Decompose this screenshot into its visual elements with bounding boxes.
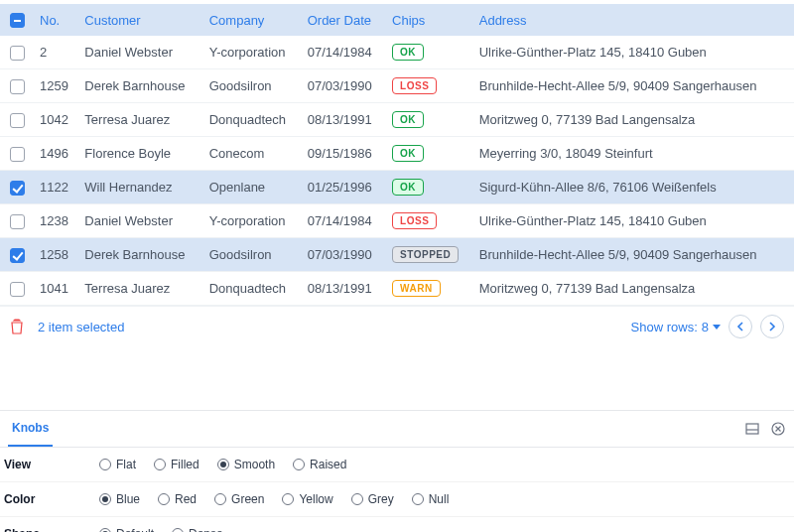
- radio-option[interactable]: Default: [99, 527, 154, 532]
- cell-date: 07/03/1990: [302, 69, 386, 103]
- cell-company: Conecom: [203, 137, 302, 171]
- row-checkbox[interactable]: [10, 282, 25, 297]
- col-customer[interactable]: Customer: [78, 4, 202, 36]
- col-order-date[interactable]: Order Date: [302, 4, 386, 36]
- close-panel-icon[interactable]: [770, 421, 786, 437]
- row-checkbox[interactable]: [10, 79, 25, 94]
- cell-company: Y-corporation: [203, 36, 302, 69]
- cell-customer: Daniel Webster: [78, 204, 202, 238]
- radio-option[interactable]: Grey: [351, 492, 394, 506]
- next-page-button[interactable]: [760, 315, 784, 338]
- row-checkbox[interactable]: [10, 113, 25, 128]
- select-all-checkbox[interactable]: [10, 13, 25, 28]
- radio-dot-icon: [99, 459, 111, 470]
- knob-row: ShapeDefaultDense: [0, 517, 794, 532]
- cell-no: 1258: [34, 238, 78, 272]
- radio-dot-icon: [412, 493, 424, 505]
- knob-row: ViewFlatFilledSmoothRaised: [0, 448, 794, 482]
- cell-company: Y-corporation: [203, 204, 302, 238]
- cell-no: 1238: [34, 204, 78, 238]
- col-company[interactable]: Company: [203, 4, 302, 36]
- show-rows-dropdown[interactable]: Show rows: 8: [631, 320, 721, 334]
- radio-option[interactable]: Blue: [99, 492, 140, 506]
- selection-count: 2 item selected: [38, 320, 124, 334]
- prev-page-button[interactable]: [728, 315, 752, 338]
- radio-option[interactable]: Yellow: [282, 492, 332, 506]
- cell-address: Moritzweg 0, 77139 Bad Langensalza: [473, 103, 794, 137]
- cell-date: 07/14/1984: [302, 204, 386, 238]
- radio-dot-icon: [99, 528, 111, 532]
- panel-position-icon[interactable]: [744, 421, 760, 437]
- delete-icon[interactable]: [10, 319, 24, 334]
- row-checkbox[interactable]: [10, 147, 25, 162]
- cell-no: 1042: [34, 103, 78, 137]
- pagination: Show rows: 8: [631, 315, 784, 338]
- cell-customer: Daniel Webster: [78, 36, 202, 69]
- table-row[interactable]: 1238Daniel WebsterY-corporation07/14/198…: [0, 204, 794, 238]
- radio-option[interactable]: Green: [214, 492, 264, 506]
- cell-customer: Terresa Juarez: [78, 103, 202, 137]
- radio-dot-icon: [282, 493, 294, 505]
- radio-option[interactable]: Filled: [154, 458, 199, 471]
- tab-knobs[interactable]: Knobs: [8, 411, 53, 447]
- table-row[interactable]: 1042Terresa JuarezDonquadtech08/13/1991O…: [0, 103, 794, 137]
- cell-address: Ulrike-Günther-Platz 145, 18410 Guben: [473, 204, 794, 238]
- cell-no: 1041: [34, 272, 78, 306]
- table-row[interactable]: 1041Terresa JuarezDonquadtech08/13/1991W…: [0, 272, 794, 306]
- row-checkbox[interactable]: [10, 181, 25, 196]
- table-row[interactable]: 1258Derek BarnhouseGoodsilron07/03/1990S…: [0, 238, 794, 272]
- col-no[interactable]: No.: [34, 4, 78, 36]
- status-chip: OK: [392, 145, 424, 162]
- radio-option[interactable]: Smooth: [217, 458, 275, 471]
- row-checkbox[interactable]: [10, 214, 25, 229]
- cell-date: 07/03/1990: [302, 238, 386, 272]
- cell-company: Donquadtech: [203, 272, 302, 306]
- radio-option[interactable]: Raised: [293, 458, 346, 471]
- radio-dot-icon: [217, 459, 229, 470]
- radio-dot-icon: [172, 528, 184, 532]
- radio-option[interactable]: Null: [412, 492, 450, 506]
- status-chip: OK: [392, 179, 424, 196]
- radio-option[interactable]: Dense: [172, 527, 223, 532]
- knob-label: View: [4, 458, 99, 471]
- cell-date: 09/15/1986: [302, 137, 386, 171]
- row-checkbox[interactable]: [10, 248, 25, 263]
- table-row[interactable]: 1259Derek BarnhouseGoodsilron07/03/1990L…: [0, 69, 794, 103]
- radio-option[interactable]: Flat: [99, 458, 136, 471]
- cell-company: Donquadtech: [203, 103, 302, 137]
- radio-dot-icon: [293, 459, 305, 470]
- cell-company: Goodsilron: [203, 238, 302, 272]
- status-chip: STOPPED: [392, 246, 459, 263]
- cell-customer: Derek Barnhouse: [78, 69, 202, 103]
- radio-option[interactable]: Red: [158, 492, 197, 506]
- status-chip: OK: [392, 111, 424, 128]
- radio-dot-icon: [158, 493, 170, 505]
- row-checkbox[interactable]: [10, 46, 25, 61]
- svg-rect-0: [746, 424, 758, 434]
- radio-dot-icon: [214, 493, 226, 505]
- cell-company: Openlane: [203, 171, 302, 204]
- cell-date: 07/14/1984: [302, 36, 386, 69]
- radio-dot-icon: [351, 493, 363, 505]
- orders-table: No. Customer Company Order Date Chips Ad…: [0, 4, 794, 306]
- cell-address: Ulrike-Günther-Platz 145, 18410 Guben: [473, 36, 794, 69]
- cell-address: Moritzweg 0, 77139 Bad Langensalza: [473, 272, 794, 306]
- cell-date: 08/13/1991: [302, 103, 386, 137]
- cell-no: 1496: [34, 137, 78, 171]
- cell-customer: Derek Barnhouse: [78, 238, 202, 272]
- cell-customer: Will Hernandez: [78, 171, 202, 204]
- col-address[interactable]: Address: [473, 4, 794, 36]
- cell-customer: Terresa Juarez: [78, 272, 202, 306]
- cell-address: Meyerring 3/0, 18049 Steinfurt: [473, 137, 794, 171]
- knob-label: Color: [4, 492, 99, 506]
- cell-no: 1259: [34, 69, 78, 103]
- table-row[interactable]: 1122Will HernandezOpenlane01/25/1996OKSi…: [0, 171, 794, 204]
- table-row[interactable]: 1496Florence BoyleConecom09/15/1986OKMey…: [0, 137, 794, 171]
- col-chips[interactable]: Chips: [386, 4, 473, 36]
- cell-date: 01/25/1996: [302, 171, 386, 204]
- cell-no: 1122: [34, 171, 78, 204]
- caret-down-icon: [713, 325, 721, 330]
- status-chip: LOSS: [392, 212, 437, 229]
- table-row[interactable]: 2Daniel WebsterY-corporation07/14/1984OK…: [0, 36, 794, 69]
- knob-label: Shape: [4, 527, 99, 532]
